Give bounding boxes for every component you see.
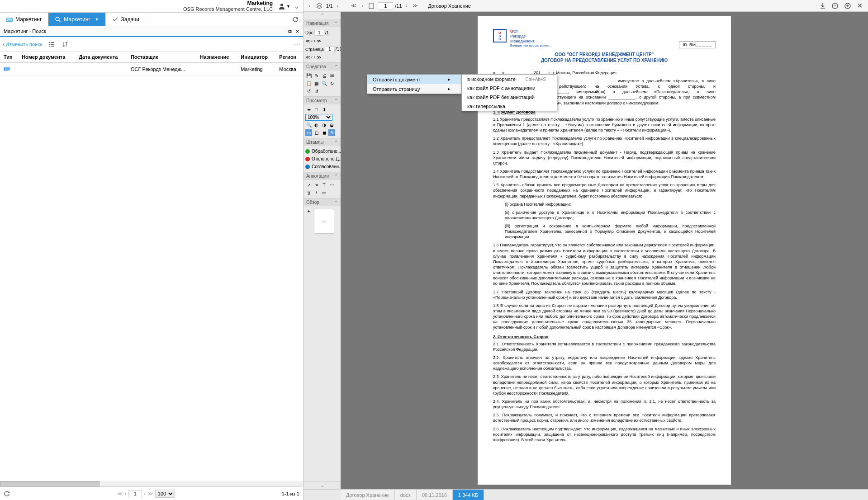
page-thumbnail[interactable]: ≡≡≡ — [314, 209, 334, 234]
results-table: Тип Номер документа Дата документа Поста… — [0, 52, 303, 76]
nav-first-icon[interactable]: ≪ — [349, 2, 358, 9]
submenu-pdf-annotations[interactable]: как файл PDF с аннотациями — [462, 84, 557, 93]
menu-send-document[interactable]: Отправить документ▸ — [367, 75, 461, 84]
highlight-tool-icon[interactable]: ▭ — [305, 129, 312, 136]
page-num-input[interactable] — [378, 2, 393, 9]
col-type[interactable]: Тип — [0, 52, 18, 63]
tool-mirror-icon[interactable]: ⇵ — [313, 88, 320, 94]
col-supplier[interactable]: Поставщик — [127, 52, 196, 63]
list-view-icon[interactable] — [47, 40, 56, 49]
col-doc-number[interactable]: Номер документа — [18, 52, 75, 63]
tool-rotate-icon[interactable]: ↻ — [328, 80, 335, 87]
annot-wave-icon[interactable]: 〰 — [328, 182, 335, 189]
zoom-plus-icon[interactable]: 🔍 — [305, 122, 312, 128]
collapse-down-icon[interactable]: ⌄ — [304, 481, 341, 489]
panel-view-header[interactable]: Просмотр⌃ — [304, 97, 341, 104]
sort-icon[interactable] — [61, 40, 70, 49]
col-initiator[interactable]: Инициатор — [237, 52, 275, 63]
panel-overview-header[interactable]: Обзор⌃ — [304, 198, 341, 206]
submenu-original-format[interactable]: в исходном формате Ctrl+Alt+S — [462, 75, 557, 84]
nav-last-icon[interactable]: ≫ — [411, 2, 420, 9]
header-subtitle: OSG Records Management Centre, LLC — [183, 6, 273, 12]
side-page-input[interactable] — [325, 46, 335, 52]
svg-line-3 — [59, 20, 61, 22]
nav-prev-icon[interactable]: ‹ — [360, 2, 365, 9]
layers-icon[interactable] — [314, 2, 324, 10]
user-menu[interactable]: ▼ — [278, 3, 290, 10]
last-page-button[interactable]: ≫ — [147, 491, 153, 497]
download-icon[interactable] — [818, 2, 828, 10]
col-purpose[interactable]: Назначение — [196, 52, 237, 63]
close-icon[interactable]: ✕ — [295, 28, 299, 34]
first-page-button[interactable]: ≪ — [117, 491, 123, 497]
submenu-pdf-no-annotations[interactable]: как файл PDF без аннотаций — [462, 93, 557, 102]
document-canvas[interactable]: OSG ОСГРекордзМенеджмент Больше чем прос… — [341, 12, 868, 489]
annot-text-icon[interactable]: T — [321, 182, 327, 189]
fit-width-icon[interactable]: ⬌ — [305, 106, 312, 113]
tool-mail-icon[interactable]: ✉ — [328, 72, 335, 79]
more-icon[interactable]: ⋯ — [294, 41, 300, 48]
tool-search-icon[interactable]: 🔍 — [321, 80, 327, 87]
chevron-down-icon[interactable]: ⌄ — [294, 3, 299, 10]
panel-annot-header[interactable]: Аннотации⌃ — [304, 172, 341, 180]
annot-line-icon[interactable]: / — [313, 189, 320, 196]
stamp-approval[interactable]: Согласовани... — [305, 163, 343, 170]
modify-search-link[interactable]: ‹ Изменить поиск — [3, 41, 43, 47]
stamp-processed[interactable]: Обработано... — [305, 148, 343, 155]
col-region[interactable]: Регион — [275, 52, 303, 63]
horizontal-scrollbar[interactable] — [0, 481, 303, 486]
annot-x-icon[interactable]: ✕ — [313, 182, 320, 189]
header-title: Marketing — [183, 0, 273, 6]
annot-arrow-icon[interactable]: ↗ — [305, 182, 312, 189]
collapse-up-icon[interactable]: ⌃ — [304, 12, 341, 19]
tab-marketing-tray[interactable]: Маркетинг — [0, 13, 48, 26]
panel-nav-header[interactable]: Навигация⌃ — [304, 19, 341, 27]
annot-freehand-icon[interactable]: § — [305, 189, 312, 196]
breadcrumb: Маркетинг - Поиск — [4, 28, 46, 34]
submenu-hyperlink[interactable]: как гиперссылка — [462, 102, 557, 111]
pagination-summary: 1-1 из 1 — [282, 491, 299, 496]
next-page-button[interactable]: › — [144, 491, 146, 497]
status-doc-type: docx — [395, 490, 417, 500]
page-size-select[interactable]: 100 — [155, 490, 175, 498]
zoom-out-icon[interactable] — [830, 1, 840, 10]
col-doc-date[interactable]: Дата документа — [75, 52, 127, 63]
tabs-bar: Маркетинг Маркетинг ▼ Задачи — [0, 13, 303, 26]
svg-point-0 — [280, 4, 283, 6]
popout-icon[interactable]: ⧉ — [288, 28, 292, 34]
panel-stamps-header[interactable]: Штампы⌃ — [304, 138, 341, 146]
fit-height-icon[interactable]: ⬍ — [321, 106, 327, 113]
svg-rect-8 — [49, 46, 50, 47]
tool-print-icon[interactable]: 🖨 — [321, 72, 327, 79]
panel-tools-header[interactable]: Средства⌃ — [304, 63, 341, 71]
tab-tasks[interactable]: Задачи — [106, 13, 146, 26]
footer-refresh-icon[interactable] — [4, 491, 10, 497]
fit-page-icon[interactable]: □ — [313, 106, 320, 113]
tool-grid-icon[interactable]: ▦ — [313, 80, 320, 87]
svg-point-2 — [56, 17, 59, 21]
table-row[interactable]: ОСГ Рекордз Менедж... Marketing Москва — [0, 63, 303, 76]
add-thumb-icon[interactable]: + — [305, 208, 312, 215]
status-bar: Договор Хранение docx 09.11.2016 1 344 К… — [304, 489, 868, 500]
search-icon — [55, 16, 61, 23]
tool-clipboard-icon[interactable]: 📋 — [305, 80, 312, 87]
zoom-select[interactable]: 100% — [305, 114, 332, 121]
refresh-button[interactable] — [288, 16, 303, 23]
svg-rect-11 — [5, 67, 10, 71]
pagination: ≪ ‹ › ≫ 100 — [117, 490, 175, 498]
annot-rect-icon[interactable]: ▭ — [321, 189, 327, 196]
page-input[interactable] — [128, 490, 142, 497]
viewer-back-icon[interactable]: ‹ — [307, 2, 313, 9]
side-doc-input[interactable] — [314, 30, 324, 36]
nav-next-icon[interactable]: › — [404, 2, 409, 9]
stamp-rejected[interactable]: Отклонено Д... — [305, 156, 343, 162]
tool-rotate2-icon[interactable]: ↺ — [305, 88, 312, 94]
tool-save-icon[interactable]: 💾 — [305, 72, 312, 79]
prev-page-button[interactable]: ‹ — [125, 491, 127, 497]
menu-send-page[interactable]: Отправить страницу▸ — [367, 84, 461, 94]
tab-marketing-search[interactable]: Маркетинг ▼ — [48, 13, 105, 26]
close-viewer-icon[interactable]: ✕ — [855, 0, 864, 11]
tool-edit-icon[interactable]: ✎ — [313, 72, 320, 79]
page-icon — [367, 2, 376, 10]
zoom-in-icon[interactable] — [842, 1, 853, 10]
